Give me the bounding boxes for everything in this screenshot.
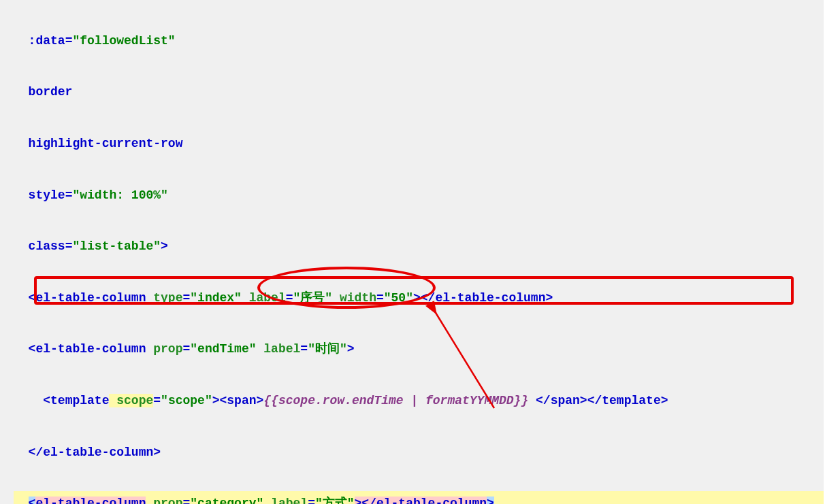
code-line: style="width: 100%" [14, 183, 824, 209]
code-line: <el-table-column prop="endTime" label="时… [14, 337, 824, 363]
code-snippet: :data="followedList" border highlight-cu… [0, 0, 824, 504]
code-line: class="list-table"> [14, 234, 824, 260]
code-line: </el-table-column> [14, 440, 824, 466]
code-line-highlight: <el-table-column prop="category" label="… [14, 491, 824, 504]
code-line: <el-table-column type="index" label="序号"… [14, 286, 824, 312]
code-line: <template scope="scope"><span>{{scope.ro… [14, 388, 824, 414]
code-line: border [14, 80, 824, 105]
code-line: :data="followedList" [14, 29, 824, 54]
code-line: highlight-current-row [14, 131, 824, 157]
